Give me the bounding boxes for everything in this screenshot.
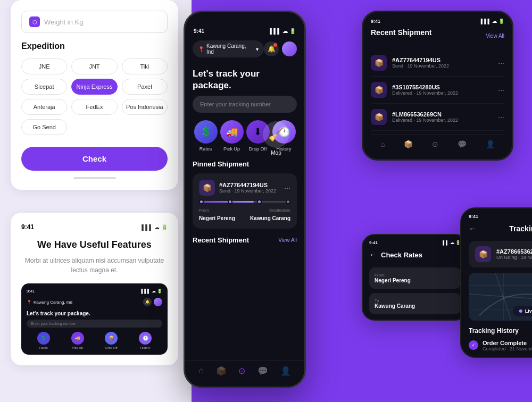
live-tracking-button[interactable]: Live Tracking: [513, 306, 532, 316]
progress-dots: [199, 199, 290, 204]
map-area: Live Tracking: [469, 273, 532, 321]
chip-sicepat[interactable]: Sicepat: [21, 79, 67, 95]
bottom-navigation: ⌂ 📦 ⊙ 💬 👤: [185, 360, 304, 387]
mini-rates-label: Rates: [39, 346, 48, 349]
from-location: From Negeri Pereng: [199, 208, 235, 222]
mini-location-text: Kawung Carang, Ind: [34, 300, 72, 305]
shipment-item-1[interactable]: 📦 #AZ776447194US Send · 19 November, 202…: [371, 49, 504, 77]
more-btn-3[interactable]: ···: [498, 113, 504, 121]
bnr-chat-icon[interactable]: 💬: [458, 140, 467, 148]
chip-paxel[interactable]: Paxel: [122, 79, 168, 95]
left-panel: Weight in Kg Expedition JNE JNT Tiki Sic…: [11, 0, 181, 402]
mini-action-history: 🕐 History: [139, 332, 152, 349]
mop-label: Mop: [271, 150, 281, 156]
check-button[interactable]: Check: [21, 147, 168, 171]
pinned-shipment-id: #AZ776447194US: [219, 182, 280, 188]
recent-header-row: Recent Shipment View All: [371, 28, 504, 43]
pinned-more-button[interactable]: ···: [284, 183, 290, 192]
nav-scan[interactable]: ⊙: [238, 366, 245, 376]
shipment-item-2[interactable]: 📦 #3S107554280US Delivered · 19 November…: [371, 77, 504, 104]
chip-tiki[interactable]: Tiki: [122, 58, 168, 74]
from-city: Negeri Pereng: [199, 215, 235, 221]
weight-icon: [29, 16, 40, 27]
view-all-button[interactable]: View All: [278, 237, 297, 243]
right-view-all[interactable]: View All: [486, 33, 504, 39]
tracking-time: 9:41: [469, 214, 478, 219]
recent-title: Recent Shipment: [193, 236, 249, 244]
chip-posindonesia[interactable]: Pos Indonesia: [122, 99, 168, 115]
hero-text: Let's track your package.: [185, 62, 304, 96]
signal-icons-features: ▌▌▌ ☁ 🔋: [142, 224, 168, 230]
chevron-down-icon: ▾: [256, 46, 259, 52]
bnr-user-icon[interactable]: 👤: [486, 140, 495, 148]
bnr-home-icon[interactable]: ⌂: [380, 140, 385, 148]
mini-pickup-icon: 🚚: [71, 332, 84, 345]
tracking-pkg-id: #AZ7866536269CN: [496, 248, 532, 255]
order-complete-date: Completed · 21 November, 2022: [483, 346, 532, 351]
right-status-bar: 9:41 ▌▌▌ ☁ 🔋: [371, 19, 504, 24]
mini-location: 📍 Kawung Carang, Ind: [27, 300, 72, 305]
chip-ninja[interactable]: Ninja Express: [71, 79, 117, 95]
location-button[interactable]: 📍 Kawung Carang, Ind ▾: [193, 40, 264, 57]
tracking-inner: 9:41 ▌▌▌ ☁ 🔋 ← Tracking Details ◇ 📦 #AZ7…: [461, 208, 532, 357]
mini-search: Enter your tracking number: [27, 320, 162, 328]
tracking-navigation: ← Tracking Details ◇: [469, 223, 532, 233]
avatar[interactable]: [282, 41, 297, 56]
right-time: 9:41: [371, 19, 380, 24]
cr-to-field[interactable]: To Kawung Carang: [369, 293, 461, 314]
cr-from-value: Negeri Pereng: [375, 278, 455, 283]
tracking-package-card: 📦 #AZ7866536269CN On Going · 19 November…: [469, 241, 532, 267]
progress-dot-1: [199, 199, 204, 204]
right-panel: 9:41 ▌▌▌ ☁ 🔋 Recent Shipment View All 📦 …: [356, 0, 532, 402]
chip-fedex[interactable]: FedEx: [71, 99, 117, 115]
shipment-info-2: #3S107554280US Delivered · 19 November, …: [392, 84, 493, 96]
weight-input-field[interactable]: Weight in Kg: [21, 11, 168, 33]
profile-nav-icon: 👤: [280, 366, 291, 376]
pickup-icon: 🚚: [220, 120, 244, 144]
bnr-scan-icon[interactable]: ⊙: [432, 140, 438, 148]
recent-shipment-header: Recent Shipment View All: [185, 236, 304, 249]
more-btn-1[interactable]: ···: [498, 58, 504, 67]
mini-history-icon: 🕐: [139, 332, 152, 345]
shipment-item-3[interactable]: 📦 #LM866536269CN Delivered · 19 November…: [371, 104, 504, 131]
chip-gosend[interactable]: Go Send: [21, 119, 67, 135]
nav-package[interactable]: 📦: [216, 366, 227, 376]
mini-time: 9:41: [27, 289, 35, 294]
nav-profile[interactable]: 👤: [280, 366, 291, 376]
back-button-tracking[interactable]: ←: [469, 224, 476, 233]
nav-home[interactable]: ⌂: [198, 366, 204, 376]
back-button-cr[interactable]: ←: [369, 250, 377, 259]
qa-pickup[interactable]: 🚚 Pick Up: [220, 120, 244, 152]
shipment-meta-1: Send · 19 November, 2022: [392, 63, 493, 69]
qa-rates[interactable]: 💲 Rates: [194, 120, 218, 152]
mini-phone-preview: 9:41 ▌▌▌ ☁ 🔋 📍 Kawung Carang, Ind 🔔 Let'…: [21, 283, 168, 355]
progress-track: [199, 201, 290, 203]
progress-container: [199, 201, 290, 203]
cr-from-field[interactable]: From Negeri Pereng: [369, 267, 461, 289]
chip-jne[interactable]: JNE: [21, 58, 67, 74]
time-features: 9:41: [21, 223, 34, 231]
bnr-package-icon[interactable]: 📦: [404, 140, 413, 148]
features-title: We Have Useful Features: [21, 239, 168, 250]
progress-dot-4: [286, 199, 290, 204]
live-tracking-label: Live Tracking: [525, 308, 532, 314]
mini-rates-icon: 💲: [37, 332, 50, 345]
from-label: From: [199, 208, 235, 213]
more-btn-2[interactable]: ···: [498, 86, 504, 94]
package-nav-icon: 📦: [216, 366, 227, 376]
home-nav-icon: ⌂: [198, 366, 204, 375]
pickup-label: Pick Up: [223, 146, 240, 152]
mini-history-label: History: [140, 346, 151, 349]
tracking-search-bar[interactable]: Enter your tracking number: [193, 96, 297, 113]
cr-to-label: To: [375, 298, 455, 303]
mini-dropoff-icon: 📦: [105, 332, 118, 345]
mini-pickup-label: Pick Up: [72, 346, 83, 349]
nav-chat[interactable]: 💬: [257, 366, 268, 376]
route-row: From Negeri Pereng Destination Kawung Ca…: [199, 208, 290, 222]
chip-anteraja[interactable]: Anteraja: [21, 99, 67, 115]
notification-button[interactable]: 🔔: [264, 41, 279, 56]
live-dot: [519, 309, 522, 313]
chip-jnt[interactable]: JNT: [71, 58, 117, 74]
center-header: 📍 Kawung Carang, Ind ▾ 🔔: [185, 36, 304, 62]
mini-dropoff-label: Drop Off: [105, 346, 118, 349]
